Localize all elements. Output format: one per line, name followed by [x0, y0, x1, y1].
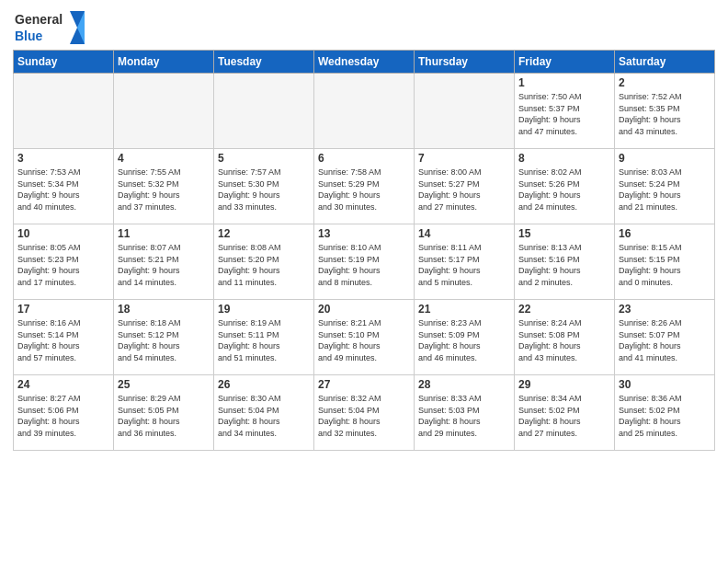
- calendar-cell: 14Sunrise: 8:11 AM Sunset: 5:17 PM Dayli…: [415, 224, 515, 300]
- day-number: 5: [218, 152, 310, 165]
- day-info: Sunrise: 8:26 AM Sunset: 5:07 PM Dayligh…: [619, 317, 711, 363]
- calendar-week-row: 1Sunrise: 7:50 AM Sunset: 5:37 PM Daylig…: [14, 74, 715, 149]
- day-number: 12: [218, 227, 310, 240]
- day-info: Sunrise: 8:24 AM Sunset: 5:08 PM Dayligh…: [518, 317, 610, 363]
- day-number: 21: [418, 303, 510, 316]
- day-number: 27: [318, 378, 410, 391]
- svg-text:Blue: Blue: [15, 29, 43, 43]
- header: GeneralBlue: [13, 9, 715, 46]
- day-number: 4: [118, 152, 210, 165]
- calendar-cell: [114, 74, 214, 149]
- day-info: Sunrise: 8:18 AM Sunset: 5:12 PM Dayligh…: [118, 317, 210, 363]
- calendar-cell: 8Sunrise: 8:02 AM Sunset: 5:26 PM Daylig…: [515, 149, 615, 224]
- calendar-cell: 29Sunrise: 8:34 AM Sunset: 5:02 PM Dayli…: [515, 375, 615, 451]
- calendar-week-row: 3Sunrise: 7:53 AM Sunset: 5:34 PM Daylig…: [14, 149, 715, 224]
- day-info: Sunrise: 8:11 AM Sunset: 5:17 PM Dayligh…: [418, 242, 510, 288]
- day-number: 23: [619, 303, 711, 316]
- day-info: Sunrise: 7:58 AM Sunset: 5:29 PM Dayligh…: [318, 167, 410, 213]
- day-number: 3: [17, 152, 109, 165]
- calendar-cell: [314, 74, 415, 149]
- day-info: Sunrise: 7:57 AM Sunset: 5:30 PM Dayligh…: [218, 167, 310, 213]
- svg-text:General: General: [15, 12, 63, 27]
- day-info: Sunrise: 8:02 AM Sunset: 5:26 PM Dayligh…: [518, 167, 610, 213]
- calendar-cell: 26Sunrise: 8:30 AM Sunset: 5:04 PM Dayli…: [214, 375, 314, 451]
- day-number: 9: [619, 152, 711, 165]
- calendar-cell: 15Sunrise: 8:13 AM Sunset: 5:16 PM Dayli…: [515, 224, 615, 300]
- day-info: Sunrise: 8:05 AM Sunset: 5:23 PM Dayligh…: [17, 242, 109, 288]
- calendar-cell: 28Sunrise: 8:33 AM Sunset: 5:03 PM Dayli…: [415, 375, 515, 451]
- calendar-cell: 20Sunrise: 8:21 AM Sunset: 5:10 PM Dayli…: [314, 300, 415, 375]
- day-info: Sunrise: 8:16 AM Sunset: 5:14 PM Dayligh…: [17, 317, 109, 363]
- day-number: 20: [318, 303, 410, 316]
- calendar-cell: 16Sunrise: 8:15 AM Sunset: 5:15 PM Dayli…: [615, 224, 715, 300]
- day-number: 16: [619, 227, 711, 240]
- calendar-cell: 23Sunrise: 8:26 AM Sunset: 5:07 PM Dayli…: [615, 300, 715, 375]
- day-number: 25: [118, 378, 210, 391]
- day-info: Sunrise: 8:00 AM Sunset: 5:27 PM Dayligh…: [418, 167, 510, 213]
- calendar-cell: 7Sunrise: 8:00 AM Sunset: 5:27 PM Daylig…: [415, 149, 515, 224]
- day-number: 8: [518, 152, 610, 165]
- calendar-cell: 13Sunrise: 8:10 AM Sunset: 5:19 PM Dayli…: [314, 224, 415, 300]
- day-info: Sunrise: 8:32 AM Sunset: 5:04 PM Dayligh…: [318, 393, 410, 439]
- calendar-cell: 4Sunrise: 7:55 AM Sunset: 5:32 PM Daylig…: [114, 149, 214, 224]
- day-info: Sunrise: 7:52 AM Sunset: 5:35 PM Dayligh…: [619, 91, 711, 137]
- calendar-cell: 22Sunrise: 8:24 AM Sunset: 5:08 PM Dayli…: [515, 300, 615, 375]
- calendar-cell: 12Sunrise: 8:08 AM Sunset: 5:20 PM Dayli…: [214, 224, 314, 300]
- calendar-cell: 1Sunrise: 7:50 AM Sunset: 5:37 PM Daylig…: [515, 74, 615, 149]
- day-number: 29: [518, 378, 610, 391]
- day-info: Sunrise: 8:34 AM Sunset: 5:02 PM Dayligh…: [518, 393, 610, 439]
- calendar-cell: 18Sunrise: 8:18 AM Sunset: 5:12 PM Dayli…: [114, 300, 214, 375]
- day-info: Sunrise: 7:53 AM Sunset: 5:34 PM Dayligh…: [17, 167, 109, 213]
- day-number: 24: [17, 378, 109, 391]
- day-info: Sunrise: 7:50 AM Sunset: 5:37 PM Dayligh…: [518, 91, 610, 137]
- day-info: Sunrise: 8:13 AM Sunset: 5:16 PM Dayligh…: [518, 242, 610, 288]
- day-number: 14: [418, 227, 510, 240]
- calendar-cell: [214, 74, 314, 149]
- day-number: 2: [619, 76, 711, 89]
- weekday-header: Tuesday: [214, 51, 314, 74]
- calendar-cell: [14, 74, 114, 149]
- day-number: 18: [118, 303, 210, 316]
- calendar-cell: 24Sunrise: 8:27 AM Sunset: 5:06 PM Dayli…: [14, 375, 114, 451]
- day-info: Sunrise: 8:07 AM Sunset: 5:21 PM Dayligh…: [118, 242, 210, 288]
- weekday-header: Thursday: [415, 51, 515, 74]
- day-number: 19: [218, 303, 310, 316]
- calendar-cell: 27Sunrise: 8:32 AM Sunset: 5:04 PM Dayli…: [314, 375, 415, 451]
- calendar-cell: [415, 74, 515, 149]
- day-info: Sunrise: 8:30 AM Sunset: 5:04 PM Dayligh…: [218, 393, 310, 439]
- day-number: 13: [318, 227, 410, 240]
- weekday-header: Friday: [515, 51, 615, 74]
- page-container: GeneralBlue SundayMondayTuesdayWednesday…: [0, 0, 728, 456]
- calendar-cell: 30Sunrise: 8:36 AM Sunset: 5:02 PM Dayli…: [615, 375, 715, 451]
- day-info: Sunrise: 8:29 AM Sunset: 5:05 PM Dayligh…: [118, 393, 210, 439]
- day-number: 6: [318, 152, 410, 165]
- day-info: Sunrise: 8:08 AM Sunset: 5:20 PM Dayligh…: [218, 242, 310, 288]
- calendar-cell: 6Sunrise: 7:58 AM Sunset: 5:29 PM Daylig…: [314, 149, 415, 224]
- calendar-week-row: 17Sunrise: 8:16 AM Sunset: 5:14 PM Dayli…: [14, 300, 715, 375]
- calendar-cell: 5Sunrise: 7:57 AM Sunset: 5:30 PM Daylig…: [214, 149, 314, 224]
- logo-icon: GeneralBlue: [13, 9, 86, 46]
- day-number: 10: [17, 227, 109, 240]
- calendar-cell: 19Sunrise: 8:19 AM Sunset: 5:11 PM Dayli…: [214, 300, 314, 375]
- weekday-header: Monday: [114, 51, 214, 74]
- day-number: 17: [17, 303, 109, 316]
- day-number: 11: [118, 227, 210, 240]
- calendar-cell: 9Sunrise: 8:03 AM Sunset: 5:24 PM Daylig…: [615, 149, 715, 224]
- day-number: 28: [418, 378, 510, 391]
- calendar-week-row: 10Sunrise: 8:05 AM Sunset: 5:23 PM Dayli…: [14, 224, 715, 300]
- day-info: Sunrise: 8:21 AM Sunset: 5:10 PM Dayligh…: [318, 317, 410, 363]
- day-info: Sunrise: 7:55 AM Sunset: 5:32 PM Dayligh…: [118, 167, 210, 213]
- day-number: 22: [518, 303, 610, 316]
- weekday-header: Wednesday: [314, 51, 415, 74]
- calendar-cell: 21Sunrise: 8:23 AM Sunset: 5:09 PM Dayli…: [415, 300, 515, 375]
- calendar-week-row: 24Sunrise: 8:27 AM Sunset: 5:06 PM Dayli…: [14, 375, 715, 451]
- calendar-cell: 2Sunrise: 7:52 AM Sunset: 5:35 PM Daylig…: [615, 74, 715, 149]
- day-info: Sunrise: 8:23 AM Sunset: 5:09 PM Dayligh…: [418, 317, 510, 363]
- day-info: Sunrise: 8:36 AM Sunset: 5:02 PM Dayligh…: [619, 393, 711, 439]
- calendar-cell: 3Sunrise: 7:53 AM Sunset: 5:34 PM Daylig…: [14, 149, 114, 224]
- day-info: Sunrise: 8:19 AM Sunset: 5:11 PM Dayligh…: [218, 317, 310, 363]
- calendar-cell: 10Sunrise: 8:05 AM Sunset: 5:23 PM Dayli…: [14, 224, 114, 300]
- calendar-cell: 17Sunrise: 8:16 AM Sunset: 5:14 PM Dayli…: [14, 300, 114, 375]
- day-number: 30: [619, 378, 711, 391]
- day-info: Sunrise: 8:15 AM Sunset: 5:15 PM Dayligh…: [619, 242, 711, 288]
